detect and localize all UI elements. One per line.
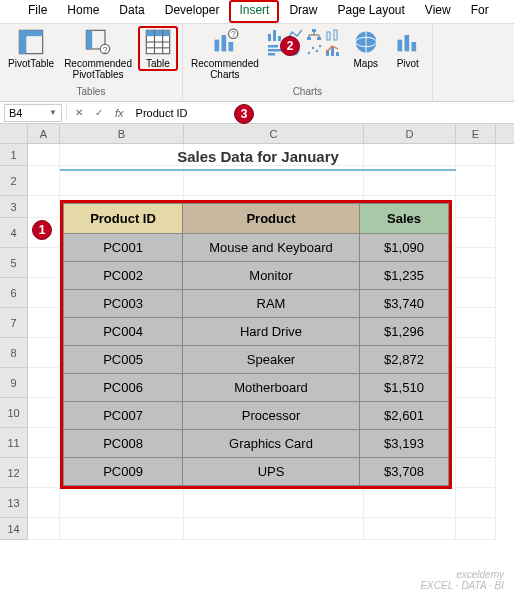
cell-id[interactable]: PC002 <box>64 262 183 290</box>
tab-developer[interactable]: Developer <box>155 0 230 23</box>
row-header[interactable]: 9 <box>0 368 28 398</box>
cell-prod[interactable]: Processor <box>183 402 360 430</box>
row-header[interactable]: 7 <box>0 308 28 338</box>
charts-group-label: Charts <box>187 86 428 99</box>
cell-prod[interactable]: Monitor <box>183 262 360 290</box>
row-header[interactable]: 8 <box>0 338 28 368</box>
row-header[interactable]: 13 <box>0 488 28 518</box>
recommended-charts-button[interactable]: ? Recommended Charts <box>187 26 263 82</box>
recommended-pivottables-button[interactable]: ? Recommended PivotTables <box>60 26 136 82</box>
table-row[interactable]: PC004Hard Drive$1,296 <box>64 318 449 346</box>
watermark: exceldemy EXCEL · DATA · BI <box>420 569 504 591</box>
cell-prod[interactable]: Speaker <box>183 346 360 374</box>
svg-rect-29 <box>334 30 337 40</box>
pivottable-button[interactable]: PivotTable <box>4 26 58 71</box>
cell-sales[interactable]: $3,708 <box>360 458 449 486</box>
cell-id[interactable]: PC003 <box>64 290 183 318</box>
row-header[interactable]: 12 <box>0 458 28 488</box>
combo-chart-icon[interactable] <box>324 43 342 57</box>
cell-sales[interactable]: $3,740 <box>360 290 449 318</box>
cell-prod[interactable]: Motherboard <box>183 374 360 402</box>
data-table[interactable]: Product ID Product Sales PC001Mouse and … <box>60 200 452 489</box>
name-box[interactable]: B4 ▼ <box>4 104 62 122</box>
worksheet[interactable]: 1 2 3 4 5 6 7 8 9 10 11 12 13 14 Sales D… <box>0 144 514 540</box>
hierarchy-chart-icon[interactable] <box>305 28 323 42</box>
header-sales[interactable]: Sales <box>360 204 449 234</box>
cell-id[interactable]: PC006 <box>64 374 183 402</box>
cancel-formula-icon[interactable]: ✕ <box>71 105 87 121</box>
tab-draw[interactable]: Draw <box>279 0 327 23</box>
table-row[interactable]: PC003RAM$3,740 <box>64 290 449 318</box>
cell-id[interactable]: PC007 <box>64 402 183 430</box>
tab-more[interactable]: For <box>461 0 499 23</box>
row-header[interactable]: 11 <box>0 428 28 458</box>
table-button[interactable]: Table <box>138 26 178 71</box>
row-header[interactable]: 10 <box>0 398 28 428</box>
recommended-charts-label: Recommended Charts <box>191 58 259 80</box>
table-row[interactable]: PC002Monitor$1,235 <box>64 262 449 290</box>
row-header[interactable]: 2 <box>0 166 28 196</box>
cell-id[interactable]: PC005 <box>64 346 183 374</box>
row-header[interactable]: 5 <box>0 248 28 278</box>
col-header-D[interactable]: D <box>364 124 456 143</box>
pivotchart-button[interactable]: Pivot <box>388 26 428 71</box>
cell-sales[interactable]: $1,296 <box>360 318 449 346</box>
chevron-down-icon[interactable]: ▼ <box>49 108 57 117</box>
cell-sales[interactable]: $1,510 <box>360 374 449 402</box>
row-header[interactable]: 1 <box>0 144 28 166</box>
select-all-corner[interactable] <box>0 124 28 143</box>
col-header-E[interactable]: E <box>456 124 496 143</box>
table-row[interactable]: PC008Graphics Card$3,193 <box>64 430 449 458</box>
tab-file[interactable]: File <box>18 0 57 23</box>
row-header[interactable]: 4 <box>0 218 28 248</box>
cell-id[interactable]: PC008 <box>64 430 183 458</box>
header-product[interactable]: Product <box>183 204 360 234</box>
row-header[interactable]: 3 <box>0 196 28 218</box>
cell-prod[interactable]: RAM <box>183 290 360 318</box>
tab-insert[interactable]: Insert <box>229 0 279 23</box>
cell-sales[interactable]: $2,872 <box>360 346 449 374</box>
cell-id[interactable]: PC001 <box>64 234 183 262</box>
table-row[interactable]: PC009UPS$3,708 <box>64 458 449 486</box>
table-row[interactable]: PC005Speaker$2,872 <box>64 346 449 374</box>
scatter-chart-icon[interactable] <box>305 43 323 57</box>
header-product-id[interactable]: Product ID <box>64 204 183 234</box>
col-header-A[interactable]: A <box>28 124 60 143</box>
cell-sales[interactable]: $1,235 <box>360 262 449 290</box>
cell-sales[interactable]: $2,601 <box>360 402 449 430</box>
ribbon-insert: PivotTable ? Recommended PivotTables Tab… <box>0 24 514 102</box>
cell-sales[interactable]: $1,090 <box>360 234 449 262</box>
stat-chart-icon[interactable] <box>324 28 342 42</box>
cell-prod[interactable]: Hard Drive <box>183 318 360 346</box>
tab-page-layout[interactable]: Page Layout <box>327 0 414 23</box>
cell-prod[interactable]: Graphics Card <box>183 430 360 458</box>
col-header-C[interactable]: C <box>184 124 364 143</box>
callout-1: 1 <box>32 220 52 240</box>
table-row[interactable]: PC001Mouse and Keyboard$1,090 <box>64 234 449 262</box>
svg-rect-28 <box>327 32 330 40</box>
cell-prod[interactable]: UPS <box>183 458 360 486</box>
svg-rect-15 <box>228 42 233 51</box>
tab-view[interactable]: View <box>415 0 461 23</box>
svg-point-36 <box>316 50 318 52</box>
table-row[interactable]: PC007Processor$2,601 <box>64 402 449 430</box>
row-header[interactable]: 14 <box>0 518 28 540</box>
svg-rect-22 <box>307 37 311 40</box>
svg-rect-8 <box>146 30 169 36</box>
tab-data[interactable]: Data <box>109 0 154 23</box>
cell-prod[interactable]: Mouse and Keyboard <box>183 234 360 262</box>
col-header-B[interactable]: B <box>60 124 184 143</box>
column-headers: A B C D E <box>0 124 514 144</box>
recommended-pivottables-icon: ? <box>84 28 112 56</box>
formula-content[interactable]: Product ID <box>132 107 188 119</box>
separator <box>66 105 67 121</box>
table-row[interactable]: PC006Motherboard$1,510 <box>64 374 449 402</box>
enter-formula-icon[interactable]: ✓ <box>91 105 107 121</box>
row-header[interactable]: 6 <box>0 278 28 308</box>
maps-button[interactable]: Maps <box>346 26 386 71</box>
tab-home[interactable]: Home <box>57 0 109 23</box>
fx-icon[interactable]: fx <box>111 107 128 119</box>
cell-id[interactable]: PC009 <box>64 458 183 486</box>
cell-sales[interactable]: $3,193 <box>360 430 449 458</box>
cell-id[interactable]: PC004 <box>64 318 183 346</box>
